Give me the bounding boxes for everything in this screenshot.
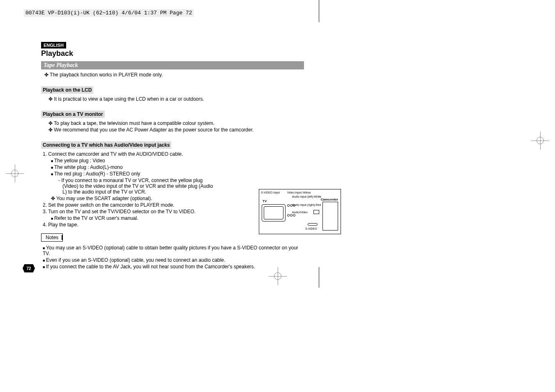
step-4: 4. Play the tape. — [43, 222, 215, 228]
tape-playback-note: ✤ The playback function works in PLAYER … — [44, 72, 304, 78]
label-audio-left: Audio input (left)-White — [292, 195, 321, 198]
step-1: 1. Connect the camcorder and TV with the… — [43, 151, 215, 157]
registration-mark-left — [10, 168, 20, 178]
section-connecting-tv: Connecting to a TV which has Audio/Video… — [41, 141, 171, 149]
section-tape-playback: Tape Playback — [41, 61, 304, 69]
note-3: If you connect the cable to the AV Jack,… — [43, 264, 304, 270]
tv-icon — [262, 204, 286, 221]
label-video-input: Video input-Yellow — [287, 191, 311, 194]
page-content: ENGLISH Playback Tape Playback ✤ The pla… — [41, 41, 304, 270]
tv-note-1: ✤ To play back a tape, the television mu… — [48, 120, 304, 126]
step-3-refer: Refer to the TV or VCR user's manual. — [51, 215, 215, 221]
camcorder-icon — [322, 202, 338, 231]
language-badge: ENGLISH — [41, 42, 66, 48]
section-playback-lcd: Playback on the LCD — [41, 86, 93, 94]
step-3: 3. Turn on the TV and set the TV/VIDEO s… — [43, 209, 215, 214]
registration-mark-bottom — [273, 271, 283, 281]
file-header: 00743E VP-D103(i)-UK (62~110) 4/6/04 1:3… — [24, 9, 194, 17]
tv-note-2: ✤ We recommend that you use the AC Power… — [48, 127, 304, 133]
label-camcorder: Camcorder — [321, 198, 338, 201]
page-title: Playback — [41, 49, 304, 58]
fold-mark-bottom — [319, 267, 319, 288]
label-tv: TV — [263, 199, 267, 203]
note-1: You may use an S-VIDEO (optional) cable … — [43, 245, 304, 256]
step-2: 2. Set the power switch on the camcorder… — [43, 202, 215, 208]
section-playback-tv: Playback on a TV monitor — [41, 111, 105, 118]
label-svideo: S-VIDEO — [305, 227, 317, 230]
step-1-scart: ✤ You may use the SCART adapter (optiona… — [51, 196, 215, 201]
registration-mark-right — [535, 136, 545, 145]
step-1-red: The red plug : Audio(R) - STEREO only — [51, 171, 215, 177]
connector-icon — [313, 210, 319, 214]
label-svideo-input: S-VIDEO input — [261, 191, 280, 194]
step-1-yellow: The yellow plug : Video — [51, 158, 215, 164]
svideo-cable-icon — [308, 223, 318, 226]
note-2: Even if you use an S-VIDEO (optional) ca… — [43, 257, 304, 263]
notes-header: Notes — [41, 233, 63, 242]
page-number: 72 — [23, 264, 35, 272]
lcd-note: ✤ It is practical to view a tape using t… — [48, 96, 304, 102]
connection-diagram: S-VIDEO input Video input-Yellow Audio i… — [259, 189, 341, 234]
step-1-monaural: - If you connect to a monaural TV or VCR… — [58, 178, 215, 195]
plugs-icon — [287, 204, 297, 221]
step-1-white: The white plug : Audio(L)-mono — [51, 164, 215, 170]
fold-mark-top — [319, 0, 319, 22]
